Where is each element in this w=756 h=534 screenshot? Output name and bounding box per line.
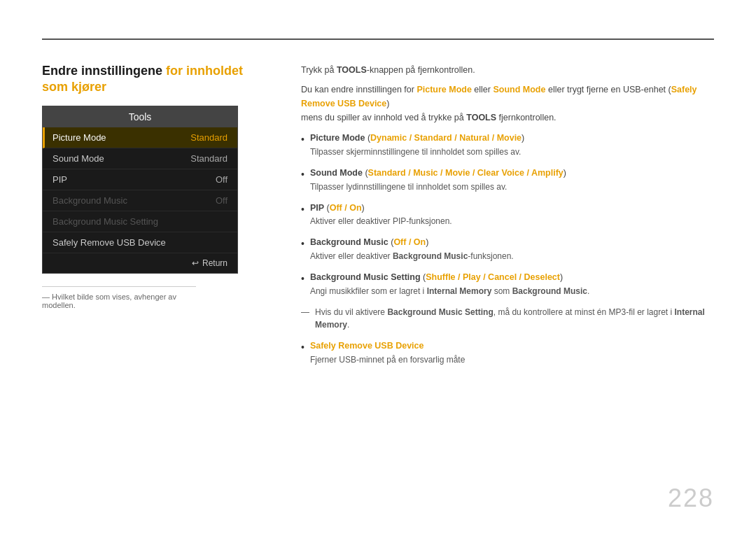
return-label: Return [202,258,227,268]
dash-symbol: — [301,306,309,318]
menu-item-label: Background Music [52,195,127,206]
main-line: PIP (Off / On) [310,202,714,215]
bullet-dot: • [301,132,304,147]
bullet-content: Picture Mode (Dynamic / Standard / Natur… [310,132,714,158]
menu-item-label: Picture Mode [52,132,106,143]
section-title: Endre innstillingene for innholdet som k… [42,63,266,96]
menu-item-value: Standard [190,153,227,164]
bullet-dot: • [301,202,304,217]
bullet-content: Background Music (Off / On) Aktiver elle… [310,236,714,262]
intro-paragraph-1: Trykk på TOOLS-knappen på fjernkontrolle… [301,63,714,77]
intro-paragraph-2: Du kan endre innstillingen for Picture M… [301,83,714,125]
menu-footer: ↩ Return [43,253,237,273]
menu-item-pip[interactable]: PIP Off [43,169,237,190]
menu-item-value: Standard [190,132,227,143]
menu-item-picture-mode[interactable]: Picture Mode Standard [43,127,237,148]
sub-line: Aktiver eller deaktiver PIP-funksjonen. [310,215,714,227]
main-line: Safely Remove USB Device [310,339,714,353]
menu-item-value: Off [216,195,227,206]
menu-item-label: Safely Remove USB Device [52,237,166,248]
bullet-dot: • [301,272,304,286]
right-column: Trykk på TOOLS-knappen på fjernkontrolle… [294,63,714,374]
bullet-list: • Picture Mode (Dynamic / Standard / Nat… [301,132,714,297]
dash-note-bg-music: — Hvis du vil aktivere Background Music … [301,306,714,331]
menu-item-bg-music: Background Music Off [43,190,237,211]
list-item-bg-music-setting: • Background Music Setting (Shuffle / Pl… [301,271,714,297]
list-item-bg-music: • Background Music (Off / On) Aktiver el… [301,236,714,262]
left-column: Endre innstillingene for innholdet som k… [42,63,266,374]
menu-item-value: Off [216,174,227,185]
menu-item-label: Background Music Setting [52,216,158,227]
sub-line: Tilpasser lydinnstillingene til innholde… [310,181,714,193]
tools-menu: Tools Picture Mode Standard Sound Mode S… [42,106,238,274]
menu-item-label: PIP [52,174,67,185]
main-line: Background Music (Off / On) [310,236,714,249]
menu-item-label: Sound Mode [52,153,104,164]
top-rule [42,38,714,40]
main-line: Sound Mode (Standard / Music / Movie / C… [310,167,714,180]
list-item-pip: • PIP (Off / On) Aktiver eller deaktiver… [301,202,714,228]
return-arrow-icon: ↩ [192,258,199,268]
list-item-picture-mode: • Picture Mode (Dynamic / Standard / Nat… [301,132,714,158]
sub-line: Angi musikkfiler som er lagret i Interna… [310,285,714,297]
bullet-content: Sound Mode (Standard / Music / Movie / C… [310,167,714,193]
footnote: — Hvilket bilde som vises, avhenger av m… [42,286,196,309]
bullet-dot: • [301,167,304,182]
sub-line: Fjerner USB-minnet på en forsvarlig måte [310,353,714,366]
menu-item-safely-remove[interactable]: Safely Remove USB Device [43,232,237,253]
menu-item-bg-music-setting: Background Music Setting [43,211,237,232]
bullet-list-2: • Safely Remove USB Device Fjerner USB-m… [301,339,714,366]
dash-note-text: Hvis du vil aktivere Background Music Se… [315,306,714,331]
list-item-safely-remove: • Safely Remove USB Device Fjerner USB-m… [301,339,714,366]
menu-item-sound-mode[interactable]: Sound Mode Standard [43,148,237,169]
list-item-sound-mode: • Sound Mode (Standard / Music / Movie /… [301,167,714,193]
sub-line: Aktiver eller deaktiver Background Music… [310,250,714,262]
tools-header: Tools [43,106,237,127]
bullet-content: Safely Remove USB Device Fjerner USB-min… [310,339,714,366]
main-line: Picture Mode (Dynamic / Standard / Natur… [310,132,714,145]
bullet-dot: • [301,340,304,355]
bullet-dot: • [301,237,304,251]
page-number: 228 [668,484,714,513]
main-line: Background Music Setting (Shuffle / Play… [310,271,714,284]
bullet-content: Background Music Setting (Shuffle / Play… [310,271,714,297]
bullet-content: PIP (Off / On) Aktiver eller deaktiver P… [310,202,714,228]
sub-line: Tilpasser skjerminnstillingene til innho… [310,146,714,158]
